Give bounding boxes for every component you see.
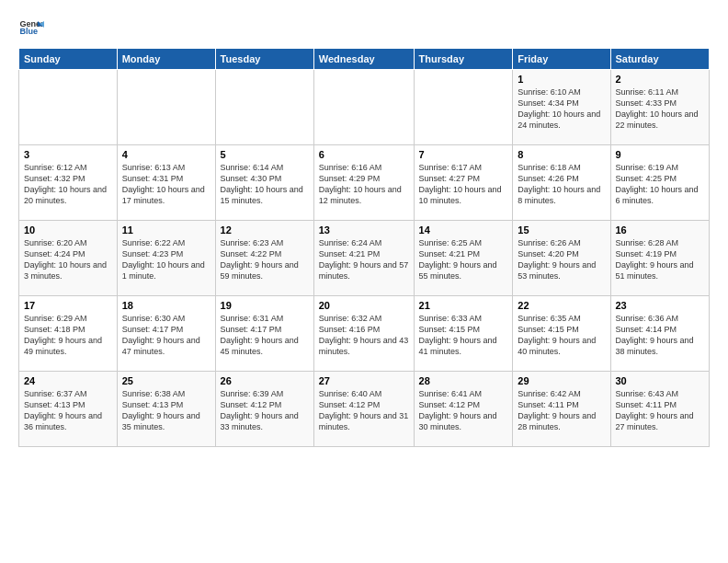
day-info: Sunrise: 6:20 AMSunset: 4:24 PMDaylight:… bbox=[24, 237, 112, 282]
calendar-day-cell: 17Sunrise: 6:29 AMSunset: 4:18 PMDayligh… bbox=[19, 296, 118, 372]
day-number: 13 bbox=[319, 224, 409, 236]
calendar-day-cell bbox=[117, 70, 215, 145]
calendar-day-cell: 20Sunrise: 6:32 AMSunset: 4:16 PMDayligh… bbox=[313, 296, 414, 372]
day-info: Sunrise: 6:16 AMSunset: 4:29 PMDaylight:… bbox=[319, 162, 409, 207]
day-info: Sunrise: 6:24 AMSunset: 4:21 PMDaylight:… bbox=[319, 237, 409, 282]
day-number: 7 bbox=[419, 149, 508, 160]
day-number: 30 bbox=[616, 375, 705, 386]
header-day: Wednesday bbox=[313, 49, 414, 70]
day-number: 12 bbox=[221, 224, 309, 236]
day-info: Sunrise: 6:13 AMSunset: 4:31 PMDaylight:… bbox=[122, 162, 210, 207]
calendar-day-cell: 1Sunrise: 6:10 AMSunset: 4:34 PMDaylight… bbox=[513, 70, 610, 145]
day-number: 25 bbox=[122, 375, 210, 386]
day-info: Sunrise: 6:31 AMSunset: 4:17 PMDaylight:… bbox=[221, 313, 309, 358]
day-number: 28 bbox=[419, 375, 508, 386]
day-number: 24 bbox=[24, 375, 112, 386]
day-number: 5 bbox=[221, 149, 309, 160]
calendar-day-cell: 22Sunrise: 6:35 AMSunset: 4:15 PMDayligh… bbox=[513, 296, 610, 372]
calendar-day-cell: 6Sunrise: 6:16 AMSunset: 4:29 PMDaylight… bbox=[313, 145, 414, 221]
calendar-day-cell bbox=[215, 70, 313, 145]
calendar-week-row: 10Sunrise: 6:20 AMSunset: 4:24 PMDayligh… bbox=[19, 221, 710, 296]
day-number: 6 bbox=[319, 149, 409, 160]
calendar-day-cell: 23Sunrise: 6:36 AMSunset: 4:14 PMDayligh… bbox=[610, 296, 710, 372]
calendar-day-cell: 24Sunrise: 6:37 AMSunset: 4:13 PMDayligh… bbox=[19, 372, 118, 447]
header-row: SundayMondayTuesdayWednesdayThursdayFrid… bbox=[19, 49, 710, 70]
calendar-day-cell: 18Sunrise: 6:30 AMSunset: 4:17 PMDayligh… bbox=[117, 296, 215, 372]
day-info: Sunrise: 6:18 AMSunset: 4:26 PMDaylight:… bbox=[518, 162, 605, 207]
day-number: 17 bbox=[24, 300, 112, 311]
page: General Blue SundayMondayTuesdayWednesda… bbox=[0, 0, 728, 563]
day-info: Sunrise: 6:12 AMSunset: 4:32 PMDaylight:… bbox=[24, 162, 112, 207]
calendar-day-cell: 26Sunrise: 6:39 AMSunset: 4:12 PMDayligh… bbox=[215, 372, 313, 447]
day-number: 2 bbox=[616, 74, 705, 85]
calendar-day-cell: 7Sunrise: 6:17 AMSunset: 4:27 PMDaylight… bbox=[414, 145, 513, 221]
calendar-day-cell: 28Sunrise: 6:41 AMSunset: 4:12 PMDayligh… bbox=[414, 372, 513, 447]
day-number: 10 bbox=[24, 224, 112, 236]
day-number: 16 bbox=[616, 224, 705, 236]
day-info: Sunrise: 6:43 AMSunset: 4:11 PMDaylight:… bbox=[616, 388, 705, 433]
calendar-day-cell: 11Sunrise: 6:22 AMSunset: 4:23 PMDayligh… bbox=[117, 221, 215, 296]
day-number: 14 bbox=[419, 224, 508, 236]
day-info: Sunrise: 6:17 AMSunset: 4:27 PMDaylight:… bbox=[419, 162, 508, 207]
day-info: Sunrise: 6:11 AMSunset: 4:33 PMDaylight:… bbox=[616, 86, 705, 132]
calendar-day-cell: 21Sunrise: 6:33 AMSunset: 4:15 PMDayligh… bbox=[414, 296, 513, 372]
calendar-day-cell: 13Sunrise: 6:24 AMSunset: 4:21 PMDayligh… bbox=[313, 221, 414, 296]
calendar-day-cell: 29Sunrise: 6:42 AMSunset: 4:11 PMDayligh… bbox=[513, 372, 610, 447]
day-number: 9 bbox=[616, 149, 705, 160]
day-number: 21 bbox=[419, 300, 508, 311]
day-number: 8 bbox=[518, 149, 605, 160]
logo-icon: General Blue bbox=[18, 15, 44, 40]
day-info: Sunrise: 6:41 AMSunset: 4:12 PMDaylight:… bbox=[419, 388, 508, 433]
day-info: Sunrise: 6:35 AMSunset: 4:15 PMDaylight:… bbox=[518, 313, 605, 358]
calendar-day-cell: 5Sunrise: 6:14 AMSunset: 4:30 PMDaylight… bbox=[215, 145, 313, 221]
calendar-day-cell bbox=[19, 70, 118, 145]
calendar-day-cell bbox=[414, 70, 513, 145]
calendar-day-cell: 27Sunrise: 6:40 AMSunset: 4:12 PMDayligh… bbox=[313, 372, 414, 447]
svg-text:Blue: Blue bbox=[19, 27, 38, 36]
header-day: Thursday bbox=[414, 49, 513, 70]
day-info: Sunrise: 6:29 AMSunset: 4:18 PMDaylight:… bbox=[24, 313, 112, 358]
day-number: 3 bbox=[24, 149, 112, 160]
logo: General Blue bbox=[18, 15, 44, 40]
calendar-week-row: 3Sunrise: 6:12 AMSunset: 4:32 PMDaylight… bbox=[19, 145, 710, 221]
calendar-day-cell: 4Sunrise: 6:13 AMSunset: 4:31 PMDaylight… bbox=[117, 145, 215, 221]
calendar-day-cell: 3Sunrise: 6:12 AMSunset: 4:32 PMDaylight… bbox=[19, 145, 118, 221]
calendar-header: SundayMondayTuesdayWednesdayThursdayFrid… bbox=[19, 49, 710, 70]
day-info: Sunrise: 6:40 AMSunset: 4:12 PMDaylight:… bbox=[319, 388, 409, 433]
day-info: Sunrise: 6:19 AMSunset: 4:25 PMDaylight:… bbox=[616, 162, 705, 207]
day-info: Sunrise: 6:28 AMSunset: 4:19 PMDaylight:… bbox=[616, 237, 705, 282]
day-number: 18 bbox=[122, 300, 210, 311]
calendar-day-cell: 19Sunrise: 6:31 AMSunset: 4:17 PMDayligh… bbox=[215, 296, 313, 372]
day-info: Sunrise: 6:23 AMSunset: 4:22 PMDaylight:… bbox=[221, 237, 309, 282]
day-info: Sunrise: 6:33 AMSunset: 4:15 PMDaylight:… bbox=[419, 313, 508, 358]
day-info: Sunrise: 6:10 AMSunset: 4:34 PMDaylight:… bbox=[518, 86, 605, 132]
day-number: 19 bbox=[221, 300, 309, 311]
header: General Blue bbox=[18, 15, 710, 40]
calendar-day-cell: 10Sunrise: 6:20 AMSunset: 4:24 PMDayligh… bbox=[19, 221, 118, 296]
day-info: Sunrise: 6:26 AMSunset: 4:20 PMDaylight:… bbox=[518, 237, 605, 282]
calendar-day-cell: 15Sunrise: 6:26 AMSunset: 4:20 PMDayligh… bbox=[513, 221, 610, 296]
day-info: Sunrise: 6:36 AMSunset: 4:14 PMDaylight:… bbox=[616, 313, 705, 358]
calendar-week-row: 17Sunrise: 6:29 AMSunset: 4:18 PMDayligh… bbox=[19, 296, 710, 372]
calendar-day-cell: 9Sunrise: 6:19 AMSunset: 4:25 PMDaylight… bbox=[610, 145, 710, 221]
calendar-table: SundayMondayTuesdayWednesdayThursdayFrid… bbox=[18, 48, 710, 447]
header-day: Saturday bbox=[610, 49, 710, 70]
day-info: Sunrise: 6:38 AMSunset: 4:13 PMDaylight:… bbox=[122, 388, 210, 433]
day-info: Sunrise: 6:37 AMSunset: 4:13 PMDaylight:… bbox=[24, 388, 112, 433]
calendar-day-cell bbox=[313, 70, 414, 145]
day-number: 11 bbox=[122, 224, 210, 236]
calendar-day-cell: 2Sunrise: 6:11 AMSunset: 4:33 PMDaylight… bbox=[610, 70, 710, 145]
day-number: 22 bbox=[518, 300, 605, 311]
day-info: Sunrise: 6:42 AMSunset: 4:11 PMDaylight:… bbox=[518, 388, 605, 433]
day-info: Sunrise: 6:25 AMSunset: 4:21 PMDaylight:… bbox=[419, 237, 508, 282]
calendar-day-cell: 14Sunrise: 6:25 AMSunset: 4:21 PMDayligh… bbox=[414, 221, 513, 296]
day-info: Sunrise: 6:32 AMSunset: 4:16 PMDaylight:… bbox=[319, 313, 409, 358]
day-number: 26 bbox=[221, 375, 309, 386]
calendar-day-cell: 8Sunrise: 6:18 AMSunset: 4:26 PMDaylight… bbox=[513, 145, 610, 221]
day-number: 29 bbox=[518, 375, 605, 386]
day-number: 4 bbox=[122, 149, 210, 160]
day-info: Sunrise: 6:39 AMSunset: 4:12 PMDaylight:… bbox=[221, 388, 309, 433]
header-day: Tuesday bbox=[215, 49, 313, 70]
header-day: Sunday bbox=[19, 49, 118, 70]
day-number: 27 bbox=[319, 375, 409, 386]
